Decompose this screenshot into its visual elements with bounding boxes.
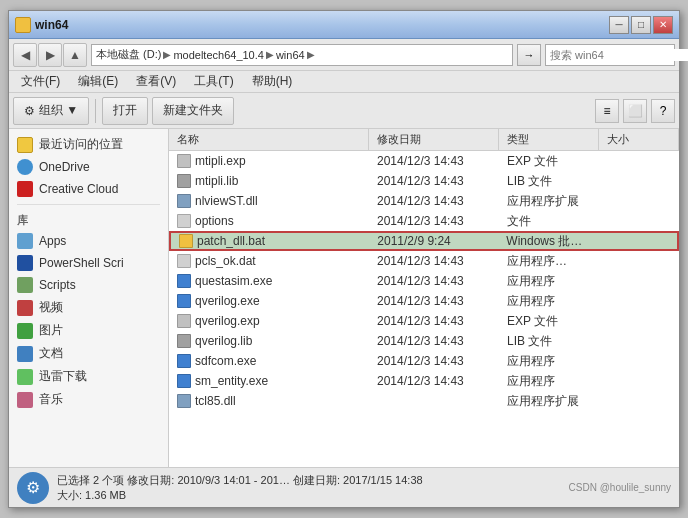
sidebar-item-adobe[interactable]: Creative Cloud bbox=[9, 178, 168, 200]
sidebar-item-apps[interactable]: Apps bbox=[9, 230, 168, 252]
file-date-cell: 2014/12/3 14:43 bbox=[369, 171, 499, 191]
file-date-cell bbox=[369, 391, 499, 411]
recent-icon bbox=[17, 137, 33, 153]
file-type-cell: 应用程序扩展 bbox=[499, 391, 599, 411]
table-row[interactable]: tcl85.dll 应用程序扩展 bbox=[169, 391, 679, 411]
sidebar-item-onedrive[interactable]: OneDrive bbox=[9, 156, 168, 178]
photo-icon bbox=[17, 323, 33, 339]
file-name-cell: questasim.exe bbox=[169, 271, 369, 291]
open-button[interactable]: 打开 bbox=[102, 97, 148, 125]
menu-file[interactable]: 文件(F) bbox=[13, 71, 68, 92]
status-bar: ⚙ 已选择 2 个项 修改日期: 2010/9/3 14:01 - 201… 创… bbox=[9, 467, 679, 507]
file-date-cell: 2014/12/3 14:43 bbox=[369, 351, 499, 371]
sidebar-video-label: 视频 bbox=[39, 299, 63, 316]
sidebar-item-doc[interactable]: 文档 bbox=[9, 342, 168, 365]
sidebar-item-recent[interactable]: 最近访问的位置 bbox=[9, 133, 168, 156]
title-buttons: ─ □ ✕ bbox=[609, 16, 673, 34]
table-row[interactable]: patch_dll.bat 2011/2/9 9:24 Windows 批… bbox=[169, 231, 679, 251]
file-type-icon bbox=[177, 334, 191, 348]
go-button[interactable]: → bbox=[517, 44, 541, 66]
sidebar-item-powershell[interactable]: PowerShell Scri bbox=[9, 252, 168, 274]
status-icon: ⚙ bbox=[17, 472, 49, 504]
file-date-cell: 2014/12/3 14:43 bbox=[369, 331, 499, 351]
sidebar: 最近访问的位置 OneDrive Creative Cloud 库 Apps P… bbox=[9, 129, 169, 467]
menu-edit[interactable]: 编辑(E) bbox=[70, 71, 126, 92]
file-name-cell: tcl85.dll bbox=[169, 391, 369, 411]
view-toggle-button[interactable]: ≡ bbox=[595, 99, 619, 123]
sidebar-recent-label: 最近访问的位置 bbox=[39, 136, 123, 153]
restore-button[interactable]: □ bbox=[631, 16, 651, 34]
table-row[interactable]: qverilog.exp 2014/12/3 14:43 EXP 文件 bbox=[169, 311, 679, 331]
nav-bar: ◀ ▶ ▲ 本地磁盘 (D:) ▶ modeltech64_10.4 ▶ win… bbox=[9, 39, 679, 71]
file-name: sm_entity.exe bbox=[195, 374, 268, 388]
explorer-window: win64 ─ □ ✕ ◀ ▶ ▲ 本地磁盘 (D:) ▶ modeltech6… bbox=[8, 10, 680, 508]
menu-tools[interactable]: 工具(T) bbox=[186, 71, 241, 92]
table-row[interactable]: mtipli.lib 2014/12/3 14:43 LIB 文件 bbox=[169, 171, 679, 191]
close-button[interactable]: ✕ bbox=[653, 16, 673, 34]
back-button[interactable]: ◀ bbox=[13, 43, 37, 67]
table-row[interactable]: options 2014/12/3 14:43 文件 bbox=[169, 211, 679, 231]
file-size-cell bbox=[599, 351, 679, 371]
col-header-date[interactable]: 修改日期 bbox=[369, 129, 499, 150]
watermark-text: CSDN @houlile_sunny bbox=[569, 482, 671, 493]
file-name: mtipli.lib bbox=[195, 174, 238, 188]
file-date-cell: 2014/12/3 14:43 bbox=[369, 311, 499, 331]
sidebar-doc-label: 文档 bbox=[39, 345, 63, 362]
file-size-cell bbox=[599, 271, 679, 291]
sidebar-item-video[interactable]: 视频 bbox=[9, 296, 168, 319]
breadcrumb-mid: modeltech64_10.4 bbox=[173, 49, 264, 61]
adobe-icon bbox=[17, 181, 33, 197]
file-name: nlviewST.dll bbox=[195, 194, 258, 208]
address-bar[interactable]: 本地磁盘 (D:) ▶ modeltech64_10.4 ▶ win64 ▶ bbox=[91, 44, 513, 66]
apps-icon bbox=[17, 233, 33, 249]
breadcrumb: 本地磁盘 (D:) ▶ modeltech64_10.4 ▶ win64 ▶ bbox=[96, 47, 315, 62]
file-name-cell: qverilog.lib bbox=[169, 331, 369, 351]
new-folder-label: 新建文件夹 bbox=[163, 102, 223, 119]
table-row[interactable]: questasim.exe 2014/12/3 14:43 应用程序 bbox=[169, 271, 679, 291]
file-type-icon bbox=[177, 254, 191, 268]
up-button[interactable]: ▲ bbox=[63, 43, 87, 67]
table-row[interactable]: qverilog.exe 2014/12/3 14:43 应用程序 bbox=[169, 291, 679, 311]
col-header-type[interactable]: 类型 bbox=[499, 129, 599, 150]
sidebar-item-download[interactable]: 迅雷下载 bbox=[9, 365, 168, 388]
table-row[interactable]: sdfcom.exe 2014/12/3 14:43 应用程序 bbox=[169, 351, 679, 371]
doc-icon bbox=[17, 346, 33, 362]
file-size-cell bbox=[599, 311, 679, 331]
file-type-icon bbox=[179, 234, 193, 248]
minimize-button[interactable]: ─ bbox=[609, 16, 629, 34]
file-type-icon bbox=[177, 274, 191, 288]
file-name: qverilog.lib bbox=[195, 334, 252, 348]
sidebar-item-scripts[interactable]: Scripts bbox=[9, 274, 168, 296]
file-type-icon bbox=[177, 374, 191, 388]
organize-button[interactable]: ⚙ 组织 ▼ bbox=[13, 97, 89, 125]
table-row[interactable]: sm_entity.exe 2014/12/3 14:43 应用程序 bbox=[169, 371, 679, 391]
file-area: 名称 修改日期 类型 大小 mtipli.exp 2014/12/3 14:43… bbox=[169, 129, 679, 467]
col-header-name[interactable]: 名称 bbox=[169, 129, 369, 150]
new-folder-button[interactable]: 新建文件夹 bbox=[152, 97, 234, 125]
music-icon bbox=[17, 392, 33, 408]
file-name: qverilog.exp bbox=[195, 314, 260, 328]
sidebar-item-photo[interactable]: 图片 bbox=[9, 319, 168, 342]
preview-button[interactable]: ⬜ bbox=[623, 99, 647, 123]
sidebar-item-music[interactable]: 音乐 bbox=[9, 388, 168, 411]
menu-view[interactable]: 查看(V) bbox=[128, 71, 184, 92]
window-title: win64 bbox=[35, 18, 68, 32]
file-name-cell: mtipli.exp bbox=[169, 151, 369, 171]
table-row[interactable]: qverilog.lib 2014/12/3 14:43 LIB 文件 bbox=[169, 331, 679, 351]
file-date-cell: 2014/12/3 14:43 bbox=[369, 251, 499, 271]
menu-help[interactable]: 帮助(H) bbox=[244, 71, 301, 92]
window-icon bbox=[15, 17, 31, 33]
file-name: options bbox=[195, 214, 234, 228]
file-date-cell: 2014/12/3 14:43 bbox=[369, 271, 499, 291]
forward-button[interactable]: ▶ bbox=[38, 43, 62, 67]
file-size-cell bbox=[599, 151, 679, 171]
table-row[interactable]: nlviewST.dll 2014/12/3 14:43 应用程序扩展 bbox=[169, 191, 679, 211]
file-type-icon bbox=[177, 214, 191, 228]
col-header-size[interactable]: 大小 bbox=[599, 129, 679, 150]
file-type-icon bbox=[177, 314, 191, 328]
table-row[interactable]: mtipli.exp 2014/12/3 14:43 EXP 文件 bbox=[169, 151, 679, 171]
help-button[interactable]: ? bbox=[651, 99, 675, 123]
table-row[interactable]: pcls_ok.dat 2014/12/3 14:43 应用程序… bbox=[169, 251, 679, 271]
file-name: questasim.exe bbox=[195, 274, 272, 288]
search-input[interactable] bbox=[546, 49, 688, 61]
